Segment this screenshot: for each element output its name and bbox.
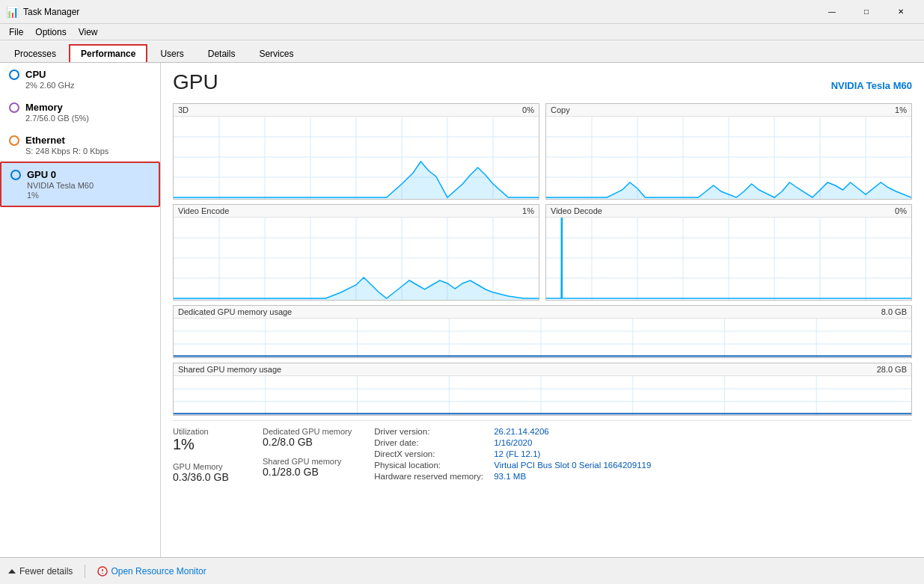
physical-key: Physical location:	[374, 461, 494, 470]
chart-video-encode: Video Encode 1%	[173, 204, 539, 301]
cpu-dot	[9, 70, 19, 80]
info-table: Driver version: 26.21.14.4206 Driver dat…	[374, 427, 912, 483]
chart-copy-pct: 1%	[895, 105, 907, 114]
menubar: File Options View	[0, 24, 924, 40]
gpu-memory-label: GPU Memory	[173, 462, 248, 471]
tab-users[interactable]: Users	[149, 45, 195, 62]
chart-shared-svg	[174, 376, 911, 415]
cpu-name: CPU	[25, 69, 46, 80]
chart-decode-pct: 0%	[895, 206, 907, 215]
sidebar-item-memory[interactable]: Memory 2.7/56.0 GB (5%)	[0, 96, 160, 129]
cpu-header: CPU	[9, 69, 151, 80]
svg-marker-61	[8, 569, 16, 574]
ethernet-sub: S: 248 Kbps R: 0 Kbps	[25, 147, 151, 156]
memory-dot	[9, 102, 19, 113]
chart-3d-canvas	[174, 117, 539, 199]
physical-val: Virtual PCI Bus Slot 0 Serial 1664209119	[494, 461, 651, 470]
ethernet-dot	[9, 135, 19, 146]
chart-copy-canvas	[546, 117, 911, 199]
driver-version-key: Driver version:	[374, 427, 494, 436]
gpu-title: GPU	[173, 70, 218, 94]
tabbar: Processes Performance Users Details Serv…	[0, 40, 924, 63]
sidebar-item-ethernet[interactable]: Ethernet S: 248 Kbps R: 0 Kbps	[0, 129, 160, 162]
chart-encode-canvas	[174, 218, 539, 300]
gpu-model: NVIDIA Tesla M60	[831, 80, 912, 91]
open-resource-monitor-button[interactable]: Open Resource Monitor	[97, 566, 206, 577]
menu-file[interactable]: File	[3, 25, 29, 39]
chart-decode-canvas	[546, 218, 911, 300]
chart-encode-label: Video Encode	[178, 206, 229, 215]
maximize-button[interactable]: □	[849, 0, 884, 24]
chart-dedicated-canvas	[174, 319, 911, 357]
hardware-val: 93.1 MB	[494, 472, 526, 481]
tab-services[interactable]: Services	[248, 45, 305, 62]
chart-shared-size: 28.0 GB	[877, 365, 907, 374]
ethernet-header: Ethernet	[9, 135, 151, 146]
stats-left: Utilization 1% GPU Memory 0.3/36.0 GB De…	[173, 427, 352, 483]
charts-row-top: 3D 0%	[173, 103, 912, 200]
gpu0-name: GPU 0	[27, 169, 56, 180]
chart-copy: Copy 1%	[545, 103, 912, 200]
tab-details[interactable]: Details	[197, 45, 247, 62]
app-title: Task Manager	[23, 7, 815, 17]
window-controls: — □ ✕	[815, 0, 918, 24]
close-button[interactable]: ✕	[884, 0, 918, 24]
driver-version-val: 26.21.14.4206	[494, 427, 549, 436]
gpu0-pct: 1%	[27, 191, 150, 200]
gpu0-dot	[10, 170, 21, 180]
sidebar: CPU 2% 2.60 GHz Memory 2.7/56.0 GB (5%) …	[0, 63, 161, 557]
menu-view[interactable]: View	[73, 25, 104, 39]
memory-sub: 2.7/56.0 GB (5%)	[25, 114, 151, 123]
tab-performance[interactable]: Performance	[69, 44, 147, 62]
chevron-up-icon	[7, 567, 16, 576]
memory-header: Memory	[9, 102, 151, 113]
minimize-button[interactable]: —	[815, 0, 849, 24]
sidebar-item-cpu[interactable]: CPU 2% 2.60 GHz	[0, 63, 160, 96]
chart-shared-canvas	[174, 376, 911, 415]
cpu-sub: 2% 2.60 GHz	[25, 81, 151, 90]
chart-decode-label-row: Video Decode 0%	[546, 205, 911, 218]
dedicated-value: 0.2/8.0 GB	[263, 436, 352, 448]
chart-encode-svg	[174, 218, 539, 300]
chart-3d-label-row: 3D 0%	[174, 104, 539, 117]
ethernet-name: Ethernet	[25, 135, 65, 146]
chart-encode-pct: 1%	[522, 206, 534, 215]
fewer-details-button[interactable]: Fewer details	[7, 566, 73, 577]
sidebar-item-gpu0[interactable]: GPU 0 NVIDIA Tesla M60 1%	[0, 162, 160, 207]
info-hardware: Hardware reserved memory: 93.1 MB	[374, 472, 912, 481]
stat-dedicated: Dedicated GPU memory 0.2/8.0 GB Shared G…	[263, 427, 352, 483]
utilization-value: 1%	[173, 436, 248, 453]
chart-dedicated-svg	[174, 319, 911, 357]
stat-utilization: Utilization 1% GPU Memory 0.3/36.0 GB	[173, 427, 248, 483]
chart-3d: 3D 0%	[173, 103, 539, 200]
content-area: GPU NVIDIA Tesla M60 3D 0%	[161, 63, 924, 557]
chart-3d-label: 3D	[178, 105, 189, 114]
open-resource-label: Open Resource Monitor	[111, 566, 206, 577]
chart-dedicated-memory: Dedicated GPU memory usage 8.0 GB	[173, 305, 912, 358]
directx-key: DirectX version:	[374, 449, 494, 458]
dedicated-label: Dedicated GPU memory	[263, 427, 352, 436]
chart-dedicated-size: 8.0 GB	[881, 307, 907, 316]
driver-date-val: 1/16/2020	[494, 438, 532, 447]
main-layout: CPU 2% 2.60 GHz Memory 2.7/56.0 GB (5%) …	[0, 63, 924, 557]
titlebar: 📊 Task Manager — □ ✕	[0, 0, 924, 24]
tab-processes[interactable]: Processes	[3, 45, 67, 62]
info-driver-date: Driver date: 1/16/2020	[374, 438, 912, 447]
gpu0-model: NVIDIA Tesla M60	[27, 181, 150, 190]
bottom-divider	[85, 565, 85, 578]
memory-name: Memory	[25, 102, 63, 113]
shared-value: 0.1/28.0 GB	[263, 466, 352, 478]
chart-decode-label: Video Decode	[551, 206, 602, 215]
gpu-memory-value: 0.3/36.0 GB	[173, 471, 248, 483]
bottom-bar: Fewer details Open Resource Monitor	[0, 557, 924, 584]
driver-date-key: Driver date:	[374, 438, 494, 447]
directx-val: 12 (FL 12.1)	[494, 449, 540, 458]
chart-3d-pct: 0%	[522, 105, 534, 114]
chart-shared-label-row: Shared GPU memory usage 28.0 GB	[174, 363, 911, 376]
resource-monitor-icon	[97, 566, 108, 577]
gpu-header-row: GPU NVIDIA Tesla M60	[173, 70, 912, 94]
chart-copy-svg	[546, 117, 911, 199]
chart-dedicated-label-row: Dedicated GPU memory usage 8.0 GB	[174, 306, 911, 319]
menu-options[interactable]: Options	[29, 25, 72, 39]
charts-row-mid: Video Encode 1%	[173, 204, 912, 301]
